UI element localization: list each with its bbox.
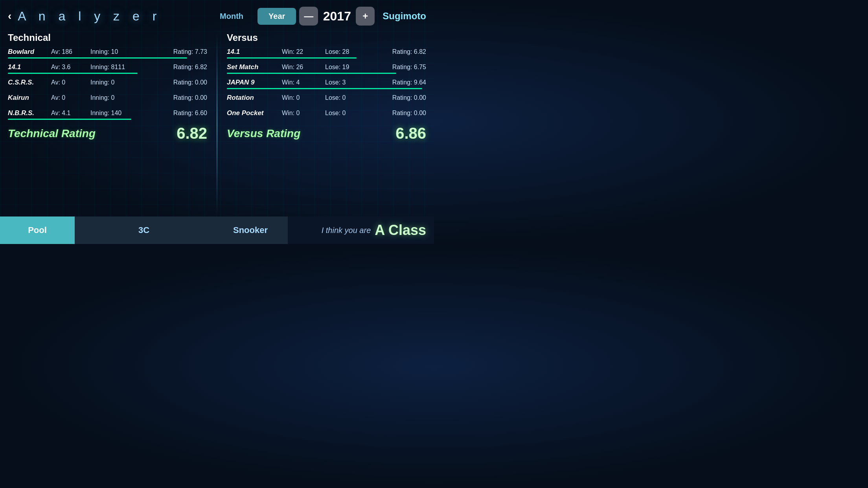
versus-rating-value: 6.86 (395, 125, 426, 142)
technical-rating-label: Technical Rating (8, 127, 96, 140)
technical-title: Technical (8, 32, 207, 43)
versus-bar-container-1 (227, 73, 426, 74)
versus-row-0: 14.1 Win: 22 Lose: 28 Rating: 6.82 (227, 48, 426, 59)
versus-bar-container-2 (227, 88, 426, 89)
tech-bar-container-2 (8, 88, 207, 89)
year-display: 2017 (321, 9, 353, 24)
versus-rating-3: Rating: 0.00 (392, 94, 426, 101)
versus-win-3: Win: 0 (282, 94, 325, 101)
versus-rating-label: Versus Rating (227, 127, 300, 140)
tech-bar-0 (8, 57, 187, 59)
tech-inning-0: Inning: 10 (90, 48, 145, 55)
versus-panel: Versus 14.1 Win: 22 Lose: 28 Rating: 6.8… (227, 32, 426, 216)
class-value: A Class (375, 222, 426, 238)
versus-bar-container-4 (227, 119, 426, 120)
versus-row-2: JAPAN 9 Win: 4 Lose: 3 Rating: 9.64 (227, 79, 426, 89)
nav-snooker[interactable]: Snooker (213, 216, 288, 244)
versus-win-0: Win: 22 (282, 48, 325, 55)
versus-name-4: One Pocket (227, 109, 282, 117)
versus-bar-container-0 (227, 57, 426, 59)
versus-rating-2: Rating: 9.64 (392, 79, 426, 86)
versus-lose-4: Lose: 0 (325, 110, 368, 117)
tech-rating-4: Rating: 6.60 (173, 110, 207, 117)
tech-inning-4: Inning: 140 (90, 110, 145, 117)
tech-av-4: Av: 4.1 (51, 110, 90, 117)
year-button[interactable]: Year (257, 8, 296, 25)
tech-rating-1: Rating: 6.82 (173, 64, 207, 71)
nav-3c[interactable]: 3C (75, 216, 213, 244)
versus-bar-container-3 (227, 103, 426, 105)
tech-bar-4 (8, 119, 131, 120)
username: Sugimoto (383, 11, 426, 22)
versus-bar-1 (227, 73, 396, 74)
versus-bar-2 (227, 88, 422, 89)
technical-row-2: C.S.R.S. Av: 0 Inning: 0 Rating: 0.00 (8, 79, 207, 89)
versus-win-1: Win: 26 (282, 64, 325, 71)
versus-row-4: One Pocket Win: 0 Lose: 0 Rating: 0.00 (227, 109, 426, 120)
technical-rating-summary: Technical Rating 6.82 (8, 125, 207, 142)
tech-av-0: Av: 186 (51, 48, 90, 55)
month-button[interactable]: Month (209, 8, 254, 25)
tech-name-0: Bowlard (8, 48, 51, 56)
tech-bar-container-1 (8, 73, 207, 74)
tech-rating-3: Rating: 0.00 (173, 94, 207, 101)
versus-lose-1: Lose: 19 (325, 64, 368, 71)
versus-name-0: 14.1 (227, 48, 282, 56)
bottom-nav: Pool 3C Snooker I think you are A Class (0, 216, 434, 244)
versus-win-4: Win: 0 (282, 110, 325, 117)
tech-name-3: Kairun (8, 94, 51, 102)
technical-row-4: N.B.R.S. Av: 4.1 Inning: 140 Rating: 6.6… (8, 109, 207, 120)
nav-pool[interactable]: Pool (0, 216, 75, 244)
versus-name-1: Set Match (227, 63, 282, 71)
versus-rating-4: Rating: 0.00 (392, 110, 426, 117)
technical-row-1: 14.1 Av: 3.6 Inning: 8111 Rating: 6.82 (8, 63, 207, 74)
tech-bar-1 (8, 73, 138, 74)
versus-rating-0: Rating: 6.82 (392, 48, 426, 55)
tech-inning-2: Inning: 0 (90, 79, 145, 86)
tech-bar-container-0 (8, 57, 207, 59)
year-decrement-button[interactable]: — (299, 7, 318, 26)
period-controls: Month Year — 2017 + Sugimoto (209, 7, 426, 26)
technical-row-0: Bowlard Av: 186 Inning: 10 Rating: 7.73 (8, 48, 207, 59)
versus-row-3: Rotation Win: 0 Lose: 0 Rating: 0.00 (227, 94, 426, 105)
versus-rating-summary: Versus Rating 6.86 (227, 125, 426, 142)
technical-row-3: Kairun Av: 0 Inning: 0 Rating: 0.00 (8, 94, 207, 105)
tech-name-2: C.S.R.S. (8, 79, 51, 86)
versus-row-1: Set Match Win: 26 Lose: 19 Rating: 6.75 (227, 63, 426, 74)
versus-lose-3: Lose: 0 (325, 94, 368, 101)
versus-lose-0: Lose: 28 (325, 48, 368, 55)
versus-lose-2: Lose: 3 (325, 79, 368, 86)
tech-av-3: Av: 0 (51, 94, 90, 101)
versus-name-3: Rotation (227, 94, 282, 102)
tech-rating-2: Rating: 0.00 (173, 79, 207, 86)
tech-bar-container-4 (8, 119, 207, 120)
versus-title: Versus (227, 32, 426, 43)
versus-name-2: JAPAN 9 (227, 79, 282, 86)
tech-inning-3: Inning: 0 (90, 94, 145, 101)
tech-av-2: Av: 0 (51, 79, 90, 86)
tech-av-1: Av: 3.6 (51, 64, 90, 71)
tech-bar-container-3 (8, 103, 207, 105)
tech-inning-1: Inning: 8111 (90, 64, 145, 71)
main-content: Technical Bowlard Av: 186 Inning: 10 Rat… (0, 32, 434, 216)
versus-rating-1: Rating: 6.75 (392, 64, 426, 71)
app-title: A n a l y z e r (18, 9, 161, 24)
versus-win-2: Win: 4 (282, 79, 325, 86)
technical-panel: Technical Bowlard Av: 186 Inning: 10 Rat… (8, 32, 207, 216)
class-info: I think you are A Class (288, 216, 434, 244)
year-increment-button[interactable]: + (356, 7, 375, 26)
tech-name-1: 14.1 (8, 63, 51, 71)
header: ‹ A n a l y z e r Month Year — 2017 + Su… (0, 0, 434, 32)
panel-divider (217, 32, 217, 216)
back-button[interactable]: ‹ (8, 10, 11, 22)
class-text: I think you are (322, 226, 371, 235)
tech-name-4: N.B.R.S. (8, 109, 51, 117)
tech-rating-0: Rating: 7.73 (173, 48, 207, 55)
versus-bar-0 (227, 57, 357, 59)
technical-rating-value: 6.82 (177, 125, 207, 142)
